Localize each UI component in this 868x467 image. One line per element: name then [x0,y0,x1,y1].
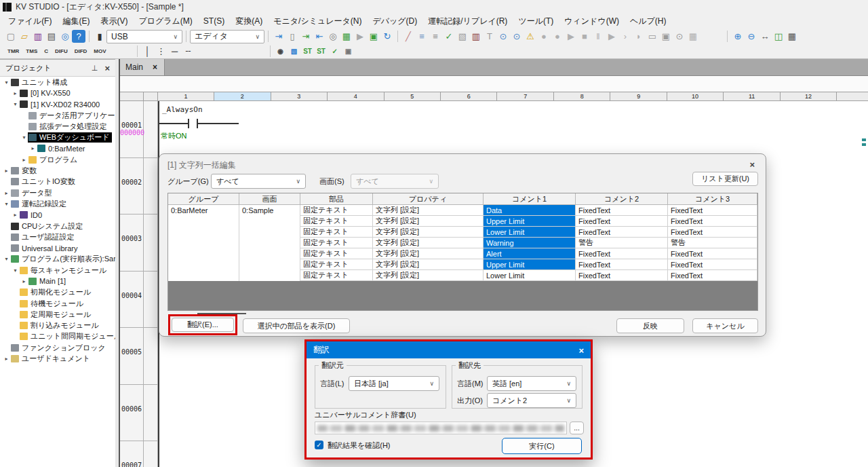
part-cell[interactable]: 固定テキスト [300,259,373,270]
property-cell[interactable]: 文字列 [設定] [373,205,484,216]
comment2-cell[interactable]: FixedText [576,227,668,238]
menu-item[interactable]: 表示(V) [95,14,133,29]
ruler-column[interactable]: 11 [724,92,780,100]
help-icon[interactable]: ? [72,30,85,43]
tree-expand-icon[interactable]: ▸ [12,212,19,218]
st-editor-icon[interactable]: ST [301,45,315,58]
save-icon[interactable]: ▥ [31,30,45,43]
comment3-cell[interactable]: FixedText [668,248,757,259]
comment2-cell[interactable]: FixedText [576,205,668,216]
tree-item-init-module[interactable]: 初期化モジュール [0,287,115,298]
dialog-close-icon[interactable] [572,344,584,356]
tree-item-universal-library[interactable]: Universal Library [0,242,115,253]
tree-item-fixed-cycle-module[interactable]: 定周期モジュール [0,309,115,320]
tree-item-scan-module[interactable]: ▾ 毎スキャンモジュール [0,265,115,276]
rung-row[interactable]: 00006 [120,385,158,442]
tree-item-cpu-system[interactable]: CPUシステム設定 [0,221,115,231]
part-cell[interactable]: 固定テキスト [300,238,373,248]
browse-button[interactable]: ... [570,422,584,434]
play-icon[interactable]: ▶ [564,30,578,43]
tree-item-op-record[interactable]: ▾ 運転記録設定 [0,198,115,209]
target-lang-combo[interactable]: 英語 [en] [487,376,576,391]
st-convert-icon[interactable]: ST [315,45,328,58]
col-header-property[interactable]: プロパティ [373,193,484,205]
tree-item-standby-module[interactable]: 待機モジュール [0,298,115,309]
menu-item[interactable]: 運転記録/リプレイ(R) [422,14,513,29]
comment2-cell[interactable]: FixedText [576,270,668,281]
batch-monitor-icon[interactable]: ✓ [442,30,456,43]
tab-main[interactable]: Main [120,59,165,75]
window-icon[interactable]: ▭ [646,30,659,43]
comment3-cell[interactable]: FixedText [668,227,757,238]
run-button[interactable]: 実行(C) [502,438,582,454]
menu-item[interactable]: デバッグ(D) [367,14,422,29]
tree-item-interrupt-module[interactable]: 割り込みモジュール [0,320,115,331]
register-monitor-icon[interactable]: ▥ [469,30,483,43]
group-cell[interactable]: 0:BarMeter [168,205,239,281]
tree-item-kv-xd02[interactable]: ▾ [1] KV-XD02 R34000 [0,99,115,110]
print-preview-icon[interactable]: ◎ [58,30,72,43]
col-header-comment1[interactable]: コメント1 [484,193,576,205]
export-image-icon[interactable]: ▧ [288,45,301,58]
comment1-cell[interactable]: Data [484,205,576,216]
step-icon[interactable]: ▶ [605,30,618,43]
rung-row[interactable]: 00003 [120,214,158,272]
next-icon[interactable]: › [618,30,632,43]
ruler-column[interactable]: 7 [497,92,553,100]
tree-expand-icon[interactable]: ▸ [3,168,10,174]
edit-probe-icon[interactable]: ╱ [401,30,415,43]
ruler-column[interactable]: 9 [610,92,667,100]
zoom-out-icon[interactable]: ⊖ [745,30,758,43]
comment3-cell[interactable]: 警告 [668,238,757,248]
display-mode-icon[interactable]: ▦ [686,30,700,43]
horizontal-line-icon[interactable]: ─ [168,45,182,58]
tree-item-unit-sync-module[interactable]: ユニット間同期モジュール [0,331,115,342]
sim-edit-icon[interactable]: ▣ [367,30,380,43]
split-view-icon[interactable]: ◫ [772,30,785,43]
rung-row[interactable]: 00007 [120,441,158,467]
rung-row[interactable]: 00004 [120,272,158,329]
tree-item-ext-data[interactable]: 拡張データ処理設定 [0,121,115,132]
apply-button[interactable]: 反映 [616,318,684,333]
group-filter-combo[interactable]: すべて [211,174,306,189]
part-cell[interactable]: 固定テキスト [300,205,373,216]
record-icon[interactable]: ● [537,30,551,43]
pin-icon[interactable] [92,64,98,73]
windows-icon[interactable]: ▣ [659,30,673,43]
comment1-cell[interactable]: Alert [484,248,576,259]
ruler-column[interactable]: 2 [214,92,271,100]
close-panel-icon[interactable] [104,63,110,73]
tree-item-user-document[interactable]: ▸ ユーザドキュメント [0,353,115,364]
tree-expand-icon[interactable]: ▾ [20,134,28,141]
tree-expand-icon[interactable]: ▾ [3,79,10,86]
verify-icon[interactable]: ◎ [326,30,340,43]
part-cell[interactable]: 固定テキスト [300,270,373,281]
col-header-part[interactable]: 部品 [300,193,373,205]
tree-expand-icon[interactable]: ▸ [20,157,28,163]
tree-item-web-dashboard[interactable]: ▾ WEBダッシュボード [0,132,115,143]
property-cell[interactable]: 文字列 [設定] [373,270,484,281]
tree-expand-icon[interactable]: ▾ [12,267,19,274]
ruler-column[interactable]: 8 [554,92,610,100]
tree-expand-icon[interactable]: ▸ [3,356,10,362]
record-stop-icon[interactable]: ● [551,30,564,43]
tree-expand-icon[interactable]: ▸ [20,278,28,284]
window-layout-icon[interactable]: ▣ [342,45,355,58]
contact-symbol[interactable] [188,119,189,128]
confirm-checkbox[interactable] [315,441,323,449]
trend-graph-icon[interactable]: ▧ [456,30,469,43]
vertical-dots-icon[interactable]: ⋮ [155,45,168,58]
replay-icon[interactable]: ↻ [380,30,394,43]
menu-item[interactable]: モニタ/シミュレータ(N) [268,14,367,29]
tree-item-data-app[interactable]: データ活用アプリケーシ [0,110,115,121]
comment3-cell[interactable]: FixedText [668,259,757,270]
pc-to-plc-icon[interactable]: ⇥ [272,30,285,43]
probe-icon[interactable]: T [483,30,496,43]
menu-item[interactable]: ヘルプ(H) [625,14,672,29]
menu-item[interactable]: ST(S) [198,15,230,27]
tree-item-user-auth[interactable]: ユーザ認証設定 [0,231,115,242]
instruction-button[interactable]: TMR [4,46,22,56]
dictionary-path-field[interactable] [315,422,567,434]
cancel-button[interactable]: キャンセル [692,318,758,333]
menu-item[interactable]: プログラム(M) [133,14,197,29]
